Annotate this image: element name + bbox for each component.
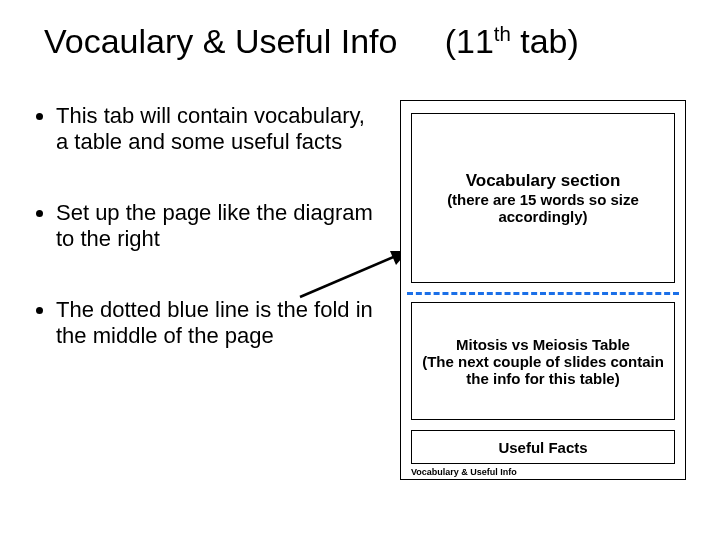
slide-title: Vocaulary & Useful Info (11th tab)	[44, 22, 690, 61]
list-item: This tab will contain vocabulary, a tabl…	[56, 103, 380, 156]
fold-line	[407, 292, 679, 295]
vocab-section-box: Vocabulary section (there are 15 words s…	[411, 113, 675, 283]
list-item: Set up the page like the diagram to the …	[56, 200, 380, 253]
vocab-header: Vocabulary section	[420, 171, 666, 191]
vocab-sub: (there are 15 words so size accordingly)	[420, 191, 666, 225]
facts-label: Useful Facts	[498, 439, 587, 456]
list-item: The dotted blue line is the fold in the …	[56, 297, 380, 350]
facts-box: Useful Facts	[411, 430, 675, 464]
tab-label: Vocabulary & Useful Info	[411, 467, 517, 477]
mitosis-header: Mitosis vs Meiosis Table	[418, 336, 668, 353]
mitosis-sub: (The next couple of slides contain the i…	[418, 353, 668, 387]
title-paren-post: tab)	[511, 22, 579, 60]
title-main: Vocaulary & Useful Info	[44, 22, 397, 60]
page-diagram: Vocabulary section (there are 15 words s…	[400, 100, 686, 480]
title-paren-sup: th	[494, 23, 511, 45]
mitosis-box: Mitosis vs Meiosis Table (The next coupl…	[411, 302, 675, 420]
bullet-list: This tab will contain vocabulary, a tabl…	[30, 103, 380, 393]
slide: Vocaulary & Useful Info (11th tab) This …	[0, 0, 720, 540]
title-paren-pre: (11	[445, 22, 494, 60]
